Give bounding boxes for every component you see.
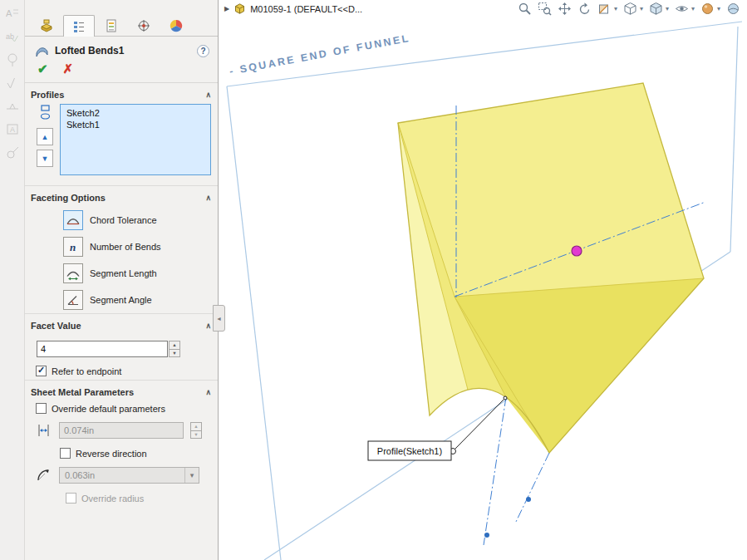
override-default-checkbox[interactable] <box>36 403 47 414</box>
faceting-group-header[interactable]: Faceting Options ∧ <box>25 186 218 207</box>
note-icon[interactable]: A <box>2 3 22 23</box>
lofted-bends-icon <box>35 44 49 57</box>
segment-angle-row: Segment Angle <box>25 287 218 313</box>
ok-button[interactable]: ✔ <box>37 61 48 76</box>
section-view-icon[interactable] <box>597 2 612 16</box>
facet-value-input[interactable] <box>37 341 168 357</box>
bend-radius-select[interactable]: 0.063in ▾ <box>59 467 199 484</box>
override-radius-checkbox[interactable] <box>66 493 76 504</box>
part-right-facet-face[interactable] <box>455 278 704 453</box>
pan-icon[interactable] <box>558 2 572 16</box>
segment-length-icon <box>66 266 81 281</box>
profile-list-item[interactable]: Sketch2 <box>61 107 210 119</box>
hide-show-items-icon[interactable] <box>675 2 689 16</box>
dropdown-caret-icon[interactable]: ▾ <box>614 5 617 12</box>
dropdown-caret-icon[interactable]: ▾ <box>666 5 669 12</box>
cancel-button[interactable]: ✗ <box>63 61 74 76</box>
tab-displaymanager[interactable] <box>160 14 192 36</box>
feature-header: Lofted Bends1 ? <box>25 37 218 60</box>
part-document-icon <box>233 2 246 15</box>
apply-scene-icon[interactable] <box>726 2 740 16</box>
profiles-listbox[interactable]: Sketch2 Sketch1 <box>60 104 211 175</box>
collapse-chevron-icon[interactable]: ∧ <box>205 388 211 396</box>
configurationmanager-icon <box>105 19 118 32</box>
move-profile-up-button[interactable]: ▲ <box>37 128 53 145</box>
3d-scene[interactable]: - SQUARE END OF FUNNEL <box>219 0 746 560</box>
override-radius-label: Override radius <box>81 494 144 504</box>
help-button[interactable]: ? <box>197 45 209 57</box>
collapse-chevron-icon[interactable]: ∧ <box>205 91 211 99</box>
dropdown-caret-icon[interactable]: ▾ <box>717 5 720 12</box>
spell-check-icon[interactable]: ab <box>2 27 22 47</box>
display-style-icon[interactable] <box>649 2 663 16</box>
profiles-controls: ▲ ▼ <box>36 104 54 175</box>
segment-angle-label: Segment Angle <box>90 295 152 305</box>
faceting-group-label: Faceting Options <box>31 193 106 203</box>
property-manager-panel: Lofted Bends1 ? ✔ ✗ Profiles ∧ ▲ ▼ Sketc… <box>25 0 219 560</box>
refer-to-endpoint-row: ✓ Refer to endpoint <box>25 359 218 380</box>
featuremanager-icon <box>40 19 53 32</box>
tab-configurationmanager[interactable] <box>96 14 127 36</box>
lofted-part[interactable] <box>398 83 704 453</box>
breadcrumb-expander-icon[interactable]: ▶ <box>224 5 229 12</box>
edit-appearance-icon[interactable] <box>700 2 715 16</box>
chord-tolerance-icon <box>66 213 81 228</box>
sheet-metal-group-header[interactable]: Sheet Metal Parameters ∧ <box>25 381 218 401</box>
segment-length-button[interactable] <box>63 263 83 283</box>
number-of-bends-button[interactable]: n <box>63 237 83 257</box>
thickness-icon <box>35 422 53 439</box>
balloon-icon[interactable] <box>2 50 22 70</box>
hole-callout-icon[interactable] <box>2 143 22 163</box>
facet-value-spinner: ▲ ▼ <box>169 341 180 357</box>
profiles-group-header[interactable]: Profiles ∧ <box>25 83 218 104</box>
displaymanager-icon <box>170 19 183 32</box>
tab-dimxpertmanager[interactable] <box>128 14 160 36</box>
plane-annotation-text: - SQUARE END OF FUNNEL <box>229 32 411 77</box>
sketch-point[interactable] <box>526 497 531 502</box>
weld-symbol-icon[interactable] <box>2 96 22 116</box>
zoom-to-area-icon[interactable] <box>538 2 552 16</box>
surface-finish-icon[interactable] <box>2 73 22 93</box>
refer-to-endpoint-checkbox[interactable]: ✓ <box>36 366 47 376</box>
zoom-to-fit-icon[interactable] <box>518 2 532 16</box>
segment-angle-button[interactable] <box>63 290 83 310</box>
spinner-up-button[interactable]: ▲ <box>190 422 202 431</box>
reverse-direction-label: Reverse direction <box>76 449 147 459</box>
manager-tab-bar <box>25 13 218 37</box>
spinner-up-button[interactable]: ▲ <box>169 341 180 350</box>
collapse-chevron-icon[interactable]: ∧ <box>205 322 211 330</box>
datum-feature-icon[interactable]: A <box>2 120 22 140</box>
dropdown-caret-icon[interactable]: ▾ <box>184 468 199 483</box>
chord-tolerance-button[interactable] <box>63 210 83 230</box>
spinner-down-button[interactable]: ▼ <box>169 350 180 358</box>
view-orientation-icon[interactable] <box>623 2 637 16</box>
dimxpertmanager-icon <box>137 19 150 32</box>
propertymanager-icon <box>72 20 86 33</box>
facet-value-group-label: Facet Value <box>31 321 81 331</box>
sketch-point[interactable] <box>484 533 489 538</box>
breadcrumb-title[interactable]: M01059-1 (DEFAULT<<D... <box>250 4 362 14</box>
svg-text:n: n <box>70 241 76 253</box>
override-default-row: Override default parameters <box>25 401 218 417</box>
dropdown-caret-icon[interactable]: ▾ <box>640 5 643 12</box>
breadcrumb: ▶ M01059-1 (DEFAULT<<D... <box>224 2 362 15</box>
profiles-group-label: Profiles <box>31 90 64 100</box>
tab-propertymanager[interactable] <box>63 15 95 37</box>
spinner-down-button[interactable]: ▼ <box>190 431 202 440</box>
profile-list-item[interactable]: Sketch1 <box>61 119 210 130</box>
tab-featuremanager[interactable] <box>31 14 62 36</box>
loft-connector-point[interactable] <box>572 246 582 256</box>
graphics-area[interactable]: ▶ M01059-1 (DEFAULT<<D... ▾ ▾ ▾ <box>219 0 747 560</box>
rotate-view-icon[interactable] <box>577 2 592 16</box>
collapse-chevron-icon[interactable]: ∧ <box>205 194 211 202</box>
segment-length-row: Segment Length <box>25 260 218 287</box>
sheet-metal-group: Sheet Metal Parameters ∧ Override defaul… <box>25 380 218 507</box>
profiles-icon <box>38 104 52 120</box>
thickness-input[interactable] <box>59 422 184 439</box>
dropdown-caret-icon[interactable]: ▾ <box>691 5 695 12</box>
move-profile-down-button[interactable]: ▼ <box>37 150 53 167</box>
facet-value-group-header[interactable]: Facet Value ∧ <box>25 314 218 335</box>
facet-value-group: Facet Value ∧ ▲ ▼ ✓ Refer to endpoint <box>25 313 218 380</box>
panel-collapse-handle[interactable]: ◄ <box>213 305 225 332</box>
reverse-direction-checkbox[interactable] <box>60 448 71 459</box>
